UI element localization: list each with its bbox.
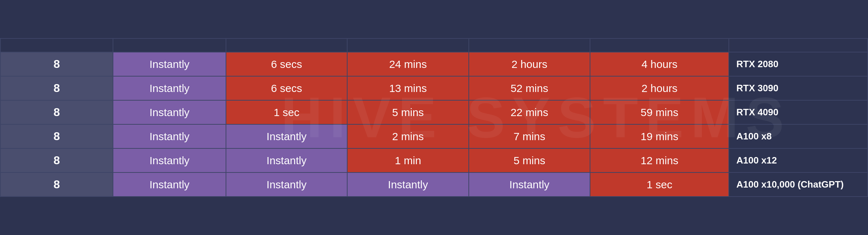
cell-num-upper-lower: 7 mins xyxy=(469,124,590,148)
header-characters xyxy=(0,38,113,52)
cell-lowercase: 1 sec xyxy=(226,100,348,124)
cell-num-upper-lower-sym: 4 hours xyxy=(590,52,729,76)
cell-lowercase: Instantly xyxy=(226,124,348,148)
cell-num-upper-lower: 22 mins xyxy=(469,100,590,124)
cell-num-chars: 8 xyxy=(0,76,113,100)
cell-num-chars: 8 xyxy=(0,148,113,172)
table-row: 8Instantly6 secs24 mins2 hours4 hoursRTX… xyxy=(0,52,868,76)
cell-num-upper-lower-sym: 19 mins xyxy=(590,124,729,148)
cell-upper-lower: 2 mins xyxy=(347,124,469,148)
cell-upper-lower: 1 min xyxy=(347,148,469,172)
header-numbers-only xyxy=(113,38,226,52)
table-row: 8Instantly6 secs13 mins52 mins2 hoursRTX… xyxy=(0,76,868,100)
cell-numbers-only: Instantly xyxy=(113,172,226,197)
header-upper-lowercase xyxy=(347,38,469,52)
cell-numbers-only: Instantly xyxy=(113,124,226,148)
cell-num-upper-lower: Instantly xyxy=(469,172,590,197)
cell-lowercase: Instantly xyxy=(226,148,348,172)
cell-num-upper-lower: 5 mins xyxy=(469,148,590,172)
table-row: 8InstantlyInstantly2 mins7 mins19 minsA1… xyxy=(0,124,868,148)
password-cracking-table: HIVE SYSTEMS 8Instantly6 secs24 mins2 ho… xyxy=(0,38,868,197)
cell-num-upper-lower-sym: 12 mins xyxy=(590,148,729,172)
cell-hardware: RTX 2080 xyxy=(729,52,868,76)
cell-num-chars: 8 xyxy=(0,172,113,197)
cell-num-upper-lower-sym: 59 mins xyxy=(590,100,729,124)
cell-num-upper-lower-sym: 1 sec xyxy=(590,172,729,197)
cell-numbers-only: Instantly xyxy=(113,100,226,124)
cell-numbers-only: Instantly xyxy=(113,76,226,100)
cell-numbers-only: Instantly xyxy=(113,52,226,76)
cell-lowercase: 6 secs xyxy=(226,76,348,100)
cell-hardware: A100 x10,000 (ChatGPT) xyxy=(729,172,868,197)
cell-upper-lower: 13 mins xyxy=(347,76,469,100)
table-row: 8InstantlyInstantlyInstantlyInstantly1 s… xyxy=(0,172,868,197)
cell-hardware: A100 x12 xyxy=(729,148,868,172)
cell-numbers-only: Instantly xyxy=(113,148,226,172)
cell-num-upper-lower: 52 mins xyxy=(469,76,590,100)
cell-lowercase: Instantly xyxy=(226,172,348,197)
cell-num-chars: 8 xyxy=(0,100,113,124)
header-num-upper-lower-sym xyxy=(590,38,729,52)
cell-num-upper-lower: 2 hours xyxy=(469,52,590,76)
cell-num-upper-lower-sym: 2 hours xyxy=(590,76,729,100)
cell-num-chars: 8 xyxy=(0,124,113,148)
cell-hardware: RTX 4090 xyxy=(729,100,868,124)
header-hardware xyxy=(729,38,868,52)
cell-upper-lower: 24 mins xyxy=(347,52,469,76)
header-num-upper-lower xyxy=(469,38,590,52)
cell-upper-lower: 5 mins xyxy=(347,100,469,124)
cell-hardware: RTX 3090 xyxy=(729,76,868,100)
cell-lowercase: 6 secs xyxy=(226,52,348,76)
cell-hardware: A100 x8 xyxy=(729,124,868,148)
header-lowercase xyxy=(226,38,348,52)
table-row: 8InstantlyInstantly1 min5 mins12 minsA10… xyxy=(0,148,868,172)
cell-num-chars: 8 xyxy=(0,52,113,76)
table-row: 8Instantly1 sec5 mins22 mins59 minsRTX 4… xyxy=(0,100,868,124)
cell-upper-lower: Instantly xyxy=(347,172,469,197)
